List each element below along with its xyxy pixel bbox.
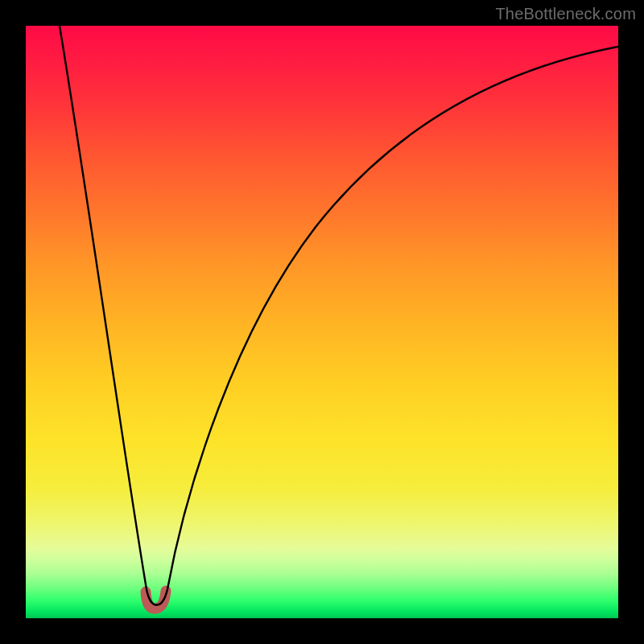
chart-frame: TheBottleneck.com — [0, 0, 644, 644]
bottleneck-curve — [60, 26, 618, 605]
curve-svg — [26, 26, 618, 618]
plot-area — [26, 26, 618, 618]
watermark-text: TheBottleneck.com — [495, 5, 636, 23]
